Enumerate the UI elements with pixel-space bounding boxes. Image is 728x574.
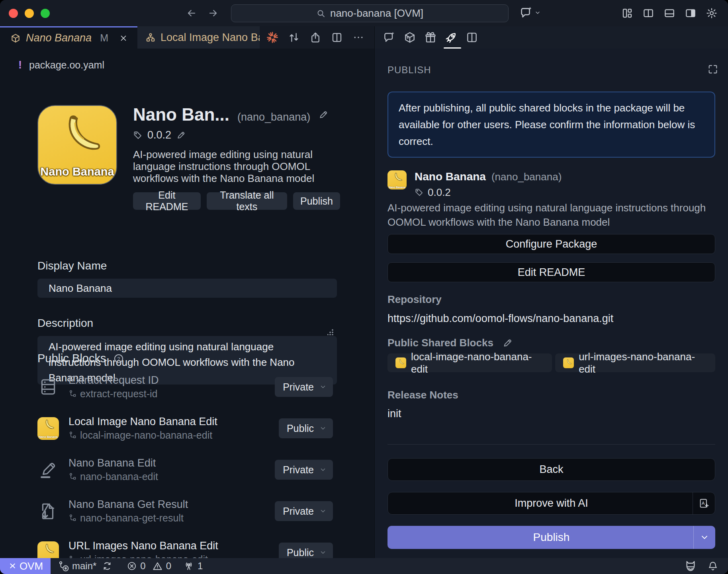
visibility-dropdown[interactable]: Private: [275, 460, 333, 480]
package-id: (nano_banana): [491, 171, 562, 183]
block-slug: nano-banana-get-result: [80, 512, 184, 524]
icon-label: Nano Banana: [387, 186, 407, 189]
translate-all-button[interactable]: Translate all texts: [207, 192, 287, 210]
expand-icon[interactable]: [707, 64, 718, 75]
tab-bar: Nano Banana M Local Image Nano Bana: [0, 26, 728, 49]
block-title: Extract Request ID: [68, 374, 159, 387]
repository-label: Repository: [387, 293, 715, 306]
package-icon-image[interactable]: Nano Banana: [37, 105, 117, 185]
shared-block-chip: local-image-nano-banana-edit: [387, 353, 552, 372]
nano-banana-icon: Nano Banana: [387, 170, 407, 189]
more-actions-icon[interactable]: [352, 30, 365, 45]
block-row-local-image-nano-banana-edit: Nano Banana Local Image Nano Banana Edit…: [37, 416, 333, 441]
env-label: OVM: [20, 560, 43, 572]
git-branch-item[interactable]: main*: [58, 560, 96, 572]
breadcrumb[interactable]: ! package.oo.yaml: [18, 59, 104, 71]
modified-badge: M: [100, 32, 108, 44]
sync-icon[interactable]: [102, 561, 112, 571]
mascot-icon[interactable]: [684, 560, 697, 572]
block-slug: nano-banana-edit: [80, 470, 158, 483]
shared-blocks-label: Public Shared Blocks: [387, 337, 493, 349]
visibility-value: Private: [283, 506, 314, 517]
split-vertical-icon[interactable]: [642, 7, 654, 20]
tab-nano-banana[interactable]: Nano Banana M: [0, 26, 137, 49]
version-value: 0.0.2: [147, 129, 171, 141]
edit-version-icon[interactable]: [176, 130, 186, 140]
right-panel-icon[interactable]: [685, 7, 697, 20]
close-window-button[interactable]: [9, 9, 18, 18]
bell-icon[interactable]: [707, 560, 718, 572]
publish-options-chevron[interactable]: [693, 526, 715, 549]
edit-readme-button[interactable]: Edit README: [387, 262, 715, 282]
publish-button[interactable]: Publish: [387, 526, 715, 549]
window-controls: [9, 9, 50, 18]
block-slug: local-image-nano-banana-edit: [80, 429, 212, 441]
ai-chat-panel-icon[interactable]: [383, 30, 395, 45]
nano-banana-icon: [395, 357, 406, 368]
warning-icon: [152, 561, 163, 572]
divider: [387, 444, 715, 445]
split-editor-icon[interactable]: [331, 30, 343, 45]
split-panel-icon[interactable]: [466, 30, 478, 45]
publish-button-small[interactable]: Publish: [293, 192, 340, 210]
visibility-dropdown[interactable]: Private: [275, 501, 333, 521]
gear-icon[interactable]: [706, 7, 718, 20]
package-description: AI-powered image editing using natural l…: [387, 201, 715, 229]
remote-icon: [8, 562, 16, 570]
bottom-panel-icon[interactable]: [663, 7, 675, 20]
warnings-count: 0: [166, 560, 171, 572]
package-editor-panel: ! package.oo.yaml Nano Banana Nano Ban..…: [0, 49, 374, 558]
side-panel-tabs: [374, 26, 728, 49]
help-icon[interactable]: ?: [113, 353, 124, 364]
back-arrow-icon[interactable]: [186, 6, 198, 20]
visibility-value: Public: [287, 547, 314, 558]
visibility-dropdown[interactable]: Public: [279, 543, 333, 558]
edit-shared-blocks-icon[interactable]: [502, 338, 513, 348]
display-name-input[interactable]: [37, 279, 337, 298]
forward-arrow-icon[interactable]: [207, 6, 219, 20]
back-button[interactable]: Back: [387, 458, 715, 481]
ports-item[interactable]: 1: [183, 560, 203, 572]
improve-ai-icon[interactable]: A: [693, 492, 715, 514]
package-id: (nano_banana): [237, 111, 310, 123]
ai-chat-icon[interactable]: [519, 6, 533, 20]
edit-title-icon[interactable]: [318, 109, 329, 120]
icon-label: Nano Banana: [38, 165, 116, 178]
nano-banana-icon: Nano Banana: [37, 417, 59, 440]
errors-item[interactable]: 0: [127, 560, 145, 572]
version-value: 0.0.2: [428, 186, 451, 199]
compare-changes-icon[interactable]: [288, 30, 300, 45]
search-input[interactable]: nano-banana [OVM]: [231, 4, 509, 22]
antenna-icon: [183, 560, 194, 572]
visibility-dropdown[interactable]: Public: [279, 418, 333, 438]
publish-rocket-icon[interactable]: [445, 30, 458, 45]
visibility-dropdown[interactable]: Private: [275, 377, 333, 397]
chevron-down-icon: [319, 549, 327, 556]
gift-icon[interactable]: [424, 30, 437, 45]
visibility-value: Private: [283, 464, 314, 476]
minimize-window-button[interactable]: [25, 9, 34, 18]
titlebar: nano-banana [OVM]: [0, 0, 728, 26]
shared-block-chip: url-images-nano-banana-edit: [555, 353, 715, 372]
ai-starburst-icon[interactable]: [266, 30, 279, 45]
package-description: AI-powered image editing using natural l…: [133, 148, 340, 184]
git-branch-icon: [58, 560, 69, 572]
improve-with-ai-button[interactable]: Improve with AI A: [387, 492, 715, 515]
publish-panel: PUBLISH After publishing, all public sha…: [374, 49, 728, 558]
app-window: nano-banana [OVM] Nano Ban: [0, 0, 728, 574]
chevron-down-icon[interactable]: [534, 10, 541, 16]
maximize-window-button[interactable]: [41, 9, 50, 18]
tab-local-image-nano-banana[interactable]: Local Image Nano Bana: [137, 26, 260, 49]
package-panel-icon[interactable]: [403, 30, 416, 45]
warnings-item[interactable]: 0: [152, 560, 171, 572]
resize-grip[interactable]: [327, 329, 334, 335]
tag-icon: [415, 188, 424, 197]
remote-env-badge[interactable]: OVM: [0, 558, 51, 574]
edit-readme-button[interactable]: Edit README: [133, 192, 201, 210]
share-export-icon[interactable]: [309, 30, 322, 45]
configure-package-button[interactable]: Configure Package: [387, 234, 715, 254]
shared-block-name: local-image-nano-banana-edit: [411, 351, 544, 375]
close-tab-icon[interactable]: [118, 33, 129, 43]
branch-name: main*: [72, 560, 96, 572]
layout-grid-icon[interactable]: [621, 7, 633, 20]
